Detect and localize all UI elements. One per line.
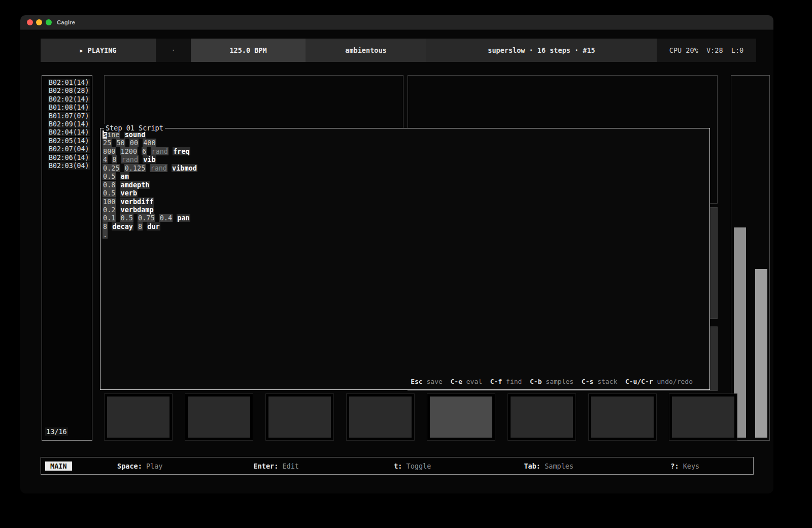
script-token: 400 [143, 139, 156, 147]
script-token: 0.5 [103, 172, 116, 180]
step-cell-fill [107, 397, 170, 438]
script-token: pan [177, 214, 190, 222]
statusbar-hint: ?: Keys [617, 462, 754, 470]
keybind-label: undo/redo [657, 378, 693, 385]
script-token: 0.25 [103, 164, 120, 172]
statusbar-hint-key: t: [394, 462, 402, 470]
script-token: . [103, 230, 108, 239]
script-line: 0.25 0.125 rand vibmod [103, 164, 709, 172]
sample-list-item[interactable]: B01:07(07) [42, 112, 92, 120]
step-cell[interactable] [507, 393, 576, 441]
script-token: 0.2 [103, 206, 116, 214]
step-cell-fill [430, 397, 492, 438]
step-row [104, 393, 737, 441]
sample-list-item[interactable]: B02:04(14) [42, 128, 92, 137]
sample-list-item[interactable]: B02:03(04) [42, 162, 92, 170]
script-token: amdepth [120, 181, 150, 189]
step-cell[interactable] [669, 393, 737, 441]
script-token: 50 [116, 139, 125, 147]
script-line: . [103, 230, 709, 239]
script-token: 0.5 [120, 214, 133, 222]
script-line: 0.5 am [103, 172, 709, 180]
step-cell[interactable] [427, 393, 495, 441]
keybind-key: C-f [490, 378, 502, 385]
step-cell-fill [188, 397, 250, 438]
sample-list-item-label: B01:07(07) [48, 112, 90, 120]
script-line: 800 1200 6 rand freq [103, 147, 709, 155]
keybind-key: C-e [450, 378, 462, 385]
statusbar-hint-label: Play [146, 462, 163, 470]
script-token: 0.8 [103, 181, 116, 189]
keybind-label: save [427, 378, 443, 385]
script-token: 6 [142, 147, 147, 155]
sample-list-item[interactable]: B02:07(04) [42, 145, 92, 153]
script-token: 0.5 [103, 189, 116, 197]
script-line: 0.5 verb [103, 189, 709, 197]
statusbar-hint-label: Samples [545, 462, 573, 470]
step-cell[interactable] [185, 393, 253, 441]
script-token: vibmod [172, 164, 197, 172]
window-title: Cagire [57, 15, 75, 29]
sample-list-item[interactable]: B02:06(14) [42, 154, 92, 162]
level-meters [731, 75, 770, 441]
meter-bar [755, 269, 767, 438]
script-line: 0.1 0.5 0.75 0.4 pan [103, 214, 709, 222]
titlebar[interactable]: Cagire [20, 15, 773, 30]
statusbar-hint: Tab: Samples [481, 462, 617, 470]
sample-list-item[interactable]: B02:02(14) [42, 95, 92, 104]
minimize-icon[interactable] [36, 19, 42, 25]
sample-counter: 13/16 [45, 427, 68, 436]
script-token: rand [150, 164, 167, 172]
statusbar-hint-label: Keys [683, 462, 700, 470]
sample-list-item[interactable]: B01:08(14) [42, 104, 92, 112]
script-token: verbdiff [120, 197, 154, 206]
sample-list-item-label: B01:08(14) [48, 104, 90, 111]
script-token: rand [151, 147, 168, 155]
script-token: 0.1 [103, 214, 116, 222]
transport-status[interactable]: ▶PLAYING [41, 39, 156, 62]
script-token: am [120, 172, 129, 180]
transport-status-label: PLAYING [88, 46, 117, 54]
step-cell[interactable] [104, 393, 173, 441]
play-icon: ▶ [80, 48, 83, 53]
script-token: freq [173, 147, 190, 155]
sample-list-item[interactable]: B02:08(28) [42, 87, 92, 95]
bpm-display[interactable]: 125.0 BPM [191, 39, 306, 62]
sample-list-item[interactable]: B02:05(14) [42, 137, 92, 145]
script-token: 8 [112, 155, 117, 163]
step-cell[interactable] [346, 393, 415, 441]
keybind-key: C-b [530, 378, 542, 385]
sample-list-item-label: B02:09(14) [48, 120, 90, 128]
sample-list-item[interactable]: B02:09(14) [42, 120, 92, 128]
statusbar-hint-key: ?: [670, 462, 679, 470]
sample-list-item-label: B02:05(14) [48, 137, 90, 145]
statusbar-hint: Space: Play [72, 462, 209, 470]
statusbar-hint: Enter: Edit [208, 462, 345, 470]
step-cell-fill [268, 397, 331, 438]
status-bar: MAIN Space: PlayEnter: Editt: ToggleTab:… [41, 457, 754, 475]
step-cell-fill [349, 397, 412, 438]
close-icon[interactable] [27, 19, 33, 25]
keybind-label: samples [546, 378, 573, 385]
script-token: 0.75 [138, 214, 155, 222]
script-token: 0.4 [159, 214, 173, 222]
script-token: 8 [138, 222, 143, 230]
sample-list-item-label: B02:03(04) [48, 162, 90, 170]
step-cell[interactable] [265, 393, 334, 441]
script-line: 0.2 verbdamp [103, 206, 709, 214]
step-cell-fill [672, 397, 734, 438]
pattern-name[interactable]: ambientous [306, 39, 426, 62]
keybind-label: eval [466, 378, 482, 385]
sample-list-item[interactable]: B02:01(14) [42, 79, 92, 87]
app-window: Cagire ▶PLAYING · 125.0 BPM ambientous s… [20, 15, 773, 493]
script-line: 8 decay 8 dur [103, 222, 709, 230]
script-token: vib [143, 155, 156, 163]
step-cell-fill [511, 397, 573, 438]
step-cell[interactable] [588, 393, 657, 441]
script-editor[interactable]: Step 01 Script sine sound25 50 00 400800… [100, 128, 710, 390]
script-text[interactable]: sine sound25 50 00 400800 1200 6 rand fr… [100, 128, 709, 239]
sample-list-item-label: B02:02(14) [48, 95, 90, 103]
zoom-icon[interactable] [46, 19, 52, 25]
cpu-stats: CPU 20% V:28 L:0 [657, 39, 756, 62]
keybind-key: C-s [582, 378, 593, 385]
